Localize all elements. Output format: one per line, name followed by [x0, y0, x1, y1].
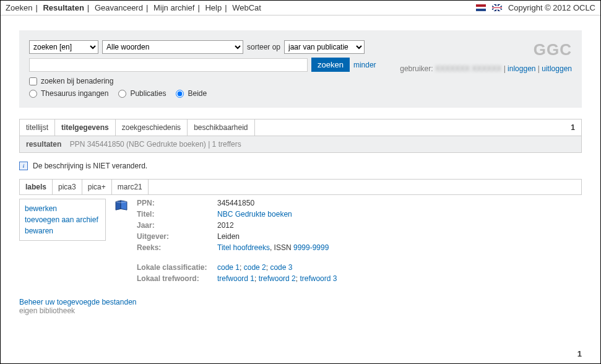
search-panel: zoeken [en] Alle woorden sorteer op jaar… [19, 30, 582, 108]
action-toevoegen[interactable]: toevoegen aan archief [25, 214, 100, 225]
label-jaar: Jaar: [137, 221, 217, 230]
search-scope-select[interactable]: zoeken [en] [29, 40, 98, 54]
nav-geavanceerd[interactable]: Geavanceerd [95, 3, 143, 12]
label-classificatie: Lokale classificatie: [137, 263, 217, 272]
value-uitgever: Leiden [217, 232, 240, 241]
notice: i De beschrijving is NIET veranderd. [19, 162, 582, 170]
radio-thesaurus[interactable] [29, 90, 37, 98]
info-icon: i [19, 162, 28, 170]
value-titel[interactable]: NBC Gedrukte boeken [217, 210, 292, 219]
result-tabs: titellijst titelgegevens zoekgeschiedeni… [19, 119, 582, 136]
top-bar: Zoeken| Resultaten| Geavanceerd| Mijn ar… [1, 1, 600, 15]
nav-mijn-archief[interactable]: Mijn archief [153, 3, 194, 12]
tab-beschikbaarheid[interactable]: beschikbaarheid [188, 119, 254, 136]
tab-count: 1 [564, 119, 581, 136]
result-bar: resultaten PPN 345441850 (NBC Gedrukte b… [19, 136, 582, 153]
radio-beide-label: Beide [188, 89, 207, 98]
search-words-select[interactable]: Alle woorden [102, 40, 243, 54]
code3[interactable]: code 3 [270, 263, 292, 272]
action-bewerken[interactable]: bewerken [25, 203, 100, 214]
flag-nl-icon[interactable] [476, 4, 486, 11]
fmt-picaplus[interactable]: pica+ [82, 180, 112, 194]
label-uitgever: Uitgever: [137, 232, 217, 241]
format-tabs: labels pica3 pica+ marc21 [19, 179, 582, 195]
nav-resultaten[interactable]: Resultaten [43, 3, 84, 12]
result-label: resultaten [26, 140, 61, 149]
page-number: 1 [577, 349, 582, 358]
top-nav: Zoeken| Resultaten| Geavanceerd| Mijn ar… [6, 3, 261, 12]
label-reeks: Reeks: [137, 243, 217, 252]
result-text: PPN 345441850 (NBC Gedrukte boeken) | 1 … [70, 140, 241, 149]
approx-label: zoeken bij benadering [41, 77, 113, 85]
value-ppn: 345441850 [217, 199, 254, 207]
value-reeks-issn[interactable]: 9999-9999 [293, 243, 329, 252]
actions-box: bewerken toevoegen aan archief bewaren [19, 199, 106, 241]
user-name-blurred: XXXXXXX XXXXXX [435, 64, 501, 73]
sort-select[interactable]: jaar van publicatie [284, 40, 365, 54]
search-button[interactable]: zoeken [311, 58, 350, 72]
code1[interactable]: code 1 [217, 263, 240, 272]
tref1[interactable]: trefwoord 1 [217, 274, 254, 283]
nav-webcat[interactable]: WebCat [232, 3, 261, 12]
label-trefwoord: Lokaal trefwoord: [137, 274, 217, 283]
beheer-link[interactable]: Beheer uw toegevoegde bestanden [19, 298, 137, 306]
fmt-marc21[interactable]: marc21 [112, 180, 149, 194]
search-input[interactable] [29, 58, 308, 72]
notice-text: De beschrijving is NIET veranderd. [33, 162, 147, 170]
record-fields: PPN:345441850 Titel:NBC Gedrukte boeken … [137, 199, 582, 285]
logo: GGC [400, 40, 572, 59]
nav-help[interactable]: Help [205, 3, 222, 12]
flag-gb-icon[interactable] [492, 4, 502, 11]
value-reeks-link[interactable]: Titel hoofdreeks [217, 243, 270, 252]
tref3[interactable]: trefwoord 3 [300, 274, 337, 283]
value-jaar: 2012 [217, 221, 234, 230]
eigen-bib: eigen bibliotheek [19, 306, 75, 315]
copyright: Copyright © 2012 OCLC [508, 3, 595, 12]
book-icon [115, 199, 128, 285]
tab-titellijst[interactable]: titellijst [20, 119, 55, 136]
uitloggen-link[interactable]: uitloggen [542, 64, 572, 73]
approx-checkbox[interactable] [29, 77, 37, 85]
fmt-pica3[interactable]: pica3 [53, 180, 82, 194]
radio-publicaties[interactable] [118, 90, 126, 98]
nav-zoeken[interactable]: Zoeken [6, 3, 32, 12]
value-reeks-mid: , ISSN [270, 243, 293, 252]
radio-thesaurus-label: Thesaurus ingangen [41, 89, 108, 98]
code2[interactable]: code 2 [244, 263, 266, 272]
fmt-labels[interactable]: labels [20, 180, 53, 194]
inloggen-link[interactable]: inloggen [508, 64, 535, 73]
tab-titelgegevens[interactable]: titelgegevens [55, 119, 116, 136]
minder-link[interactable]: minder [353, 61, 376, 69]
label-ppn: PPN: [137, 199, 217, 207]
tab-zoekgeschiedenis[interactable]: zoekgeschiedenis [116, 119, 188, 136]
user-label: gebruiker: [400, 64, 433, 73]
action-bewaren[interactable]: bewaren [25, 225, 100, 236]
radio-beide[interactable] [176, 90, 184, 98]
radio-publicaties-label: Publicaties [130, 89, 166, 98]
sort-label: sorteer op [247, 43, 280, 51]
tref2[interactable]: trefwoord 2 [259, 274, 296, 283]
label-titel: Titel: [137, 210, 217, 219]
